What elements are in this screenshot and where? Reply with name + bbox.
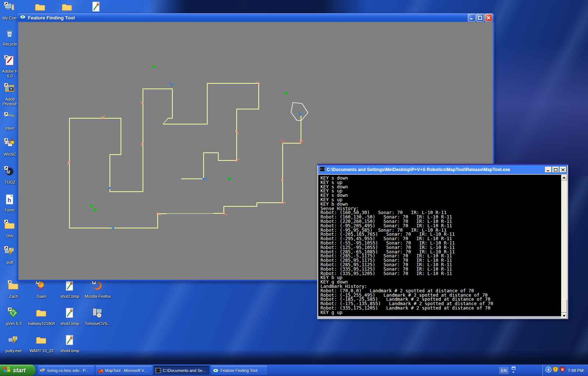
taskbar-button-maptool-microsoft-v[interactable]: MapTool - Microsoft V... [96, 366, 152, 375]
wallpaper-bottom-band [0, 350, 588, 365]
svg-text:!: ! [555, 368, 556, 372]
icon-label: shot3.bmp [54, 321, 86, 326]
feature-window-titlebar[interactable]: Feature Finding Tool [17, 13, 494, 22]
security-warning-shield-icon[interactable]: ! [552, 366, 559, 374]
icon-label: Gaim [25, 294, 58, 299]
putty-icon [4, 246, 16, 258]
desktop-screen: My ComRecycleAdobe R6.0AdobPhotosheInter… [0, 0, 588, 376]
triangle-up-icon [563, 177, 566, 178]
feature-app-icon [20, 14, 26, 21]
tortoise-icon [92, 307, 104, 319]
hide-icons-chevron-icon[interactable] [545, 366, 552, 374]
landmark-dot [94, 209, 96, 211]
feature-icon [213, 368, 219, 373]
landmark-dot [90, 205, 93, 207]
language-bar[interactable]: EN [499, 366, 516, 375]
imagefile-icon [64, 307, 76, 319]
map-feature-polygon [291, 102, 308, 120]
language-indicator[interactable]: EN [499, 367, 509, 374]
svg-text:h: h [7, 197, 11, 203]
pose-marker [236, 130, 237, 132]
desktop-icon-tortoisecvs[interactable]: TortoiseCVS... [82, 307, 114, 326]
folder-icon [35, 1, 46, 13]
desktop-icon-hallway101804[interactable]: hallway101804 [25, 307, 58, 326]
taskbar: start turing.cs.hmc.edu - P...MapTool - … [0, 365, 588, 376]
gaim-icon [36, 280, 47, 292]
desktop-icon-shot2-bmp[interactable]: shot2.bmp [54, 280, 86, 299]
visualstudio-icon [97, 368, 103, 373]
imagefile-icon [64, 335, 76, 346]
folder-icon [4, 220, 16, 231]
folder-icon [8, 280, 19, 292]
taskbar-buttons: turing.cs.hmc.edu - P...MapTool - Micros… [38, 366, 267, 375]
console-scrollbar[interactable] [561, 175, 567, 319]
console-close-button[interactable] [560, 167, 566, 173]
pose-marker [102, 117, 104, 119]
icon-label: TortoiseCVS... [82, 321, 114, 326]
close-button[interactable] [485, 14, 492, 22]
blue-marker [300, 114, 302, 116]
taskbar-button-label: turing.cs.hmc.edu - P... [47, 368, 89, 373]
console-window-title: C:\Documents and Settings\Me\Desktop\P+V… [327, 167, 544, 172]
icon-label: Mozilla Firefox [82, 294, 114, 299]
system-tray: ! 7:48 PM [542, 365, 588, 376]
blue-marker [109, 187, 111, 189]
scroll-thumb[interactable] [561, 299, 567, 313]
console-window: C:\ C:\Documents and Settings\Me\Desktop… [317, 164, 568, 319]
recycle-icon [4, 28, 16, 40]
desktop-icon-folder[interactable] [51, 1, 83, 15]
svg-text:C:\: C:\ [320, 168, 325, 171]
folder-icon [36, 335, 47, 346]
pose-marker [223, 213, 225, 214]
pose-marker [258, 83, 260, 84]
console-output-area[interactable]: KEY s down KEY s up KEY s down KEY s up … [318, 175, 561, 316]
blue-marker [112, 228, 114, 229]
start-button[interactable]: start [0, 365, 36, 376]
taskbar-clock[interactable]: 7:48 PM [568, 368, 584, 373]
putty-icon [40, 368, 46, 373]
firefox-icon [92, 280, 104, 292]
svg-text:V: V [11, 311, 15, 316]
arrow-marker [280, 140, 285, 143]
icon-label: WART 10_22 [25, 348, 58, 353]
desktop-icon-imagefile[interactable] [80, 1, 112, 14]
winscp-icon [4, 138, 16, 150]
desktop-icon-shot3-bmp[interactable]: shot3.bmp [54, 307, 86, 326]
wallpaper-purple-band [489, 44, 588, 176]
console-output: KEY s down KEY s up KEY s down KEY s up … [318, 175, 561, 315]
feature-window-title: Feature Finding Tool [28, 15, 468, 21]
pose-marker [68, 162, 70, 163]
triangle-down-icon [563, 315, 566, 317]
taskbar-button-c-documents-and-se[interactable]: C:\C:\Documents and Se... [154, 366, 209, 375]
scroll-down-button[interactable] [561, 313, 567, 319]
blue-marker [171, 84, 173, 86]
desktop-icon-mozilla-firefox[interactable]: Mozilla Firefox [82, 280, 114, 299]
desktop-icon-gaim[interactable]: Gaim [25, 280, 58, 299]
maximize-button[interactable] [476, 14, 484, 22]
computer-icon [4, 2, 16, 14]
landmark-dot [228, 177, 230, 180]
folder-icon [61, 1, 73, 13]
taskbar-button-label: Feature Finding Tool [220, 368, 257, 373]
blue-marker [203, 178, 205, 180]
desktop-icon-wart-10-22[interactable]: WART 10_22 [25, 335, 58, 353]
console-minimize-button[interactable] [545, 167, 552, 173]
desktop-icon-shot4-bmp[interactable]: shot4.bmp [54, 335, 86, 353]
landmark-dot [153, 65, 155, 68]
language-restore-icon[interactable] [511, 366, 516, 375]
icon-label: shot4.bmp [54, 348, 86, 353]
taskbar-button-feature-finding-tool[interactable]: Feature Finding Tool [211, 366, 267, 375]
security-alert-shield-icon[interactable] [559, 366, 566, 374]
console-maximize-button[interactable] [552, 167, 559, 173]
landmark-dot [285, 92, 287, 94]
imagefile-icon [64, 280, 76, 292]
windows-flag-icon [3, 366, 11, 375]
taskbar-button-turing-cs-hmc-edu-p[interactable]: turing.cs.hmc.edu - P... [38, 366, 94, 375]
imagefile-icon [90, 1, 102, 13]
minimize-button[interactable] [468, 14, 476, 22]
folder-icon [36, 307, 47, 319]
svg-text:C:\: C:\ [156, 369, 161, 372]
icon-label: shot2.bmp [54, 294, 86, 299]
scroll-up-button[interactable] [561, 175, 567, 180]
console-titlebar[interactable]: C:\ C:\Documents and Settings\Me\Desktop… [318, 165, 567, 174]
